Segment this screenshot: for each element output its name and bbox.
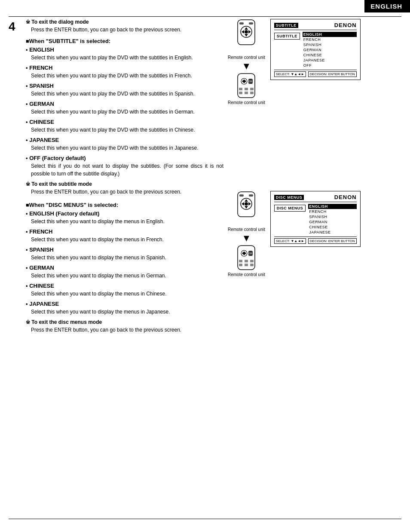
subtitle-japanese-body: Select this when you want to play the DV… (26, 144, 223, 152)
disc-item-chinese: CHINESE Select this when you want to dis… (26, 283, 223, 298)
note-title-text: To exit the dialog mode (31, 19, 89, 25)
subtitle-osd-footer-left: SELECT: ▼▲◄► (274, 71, 306, 77)
main-content: ※ To exit the dialog mode Press the ENTE… (26, 19, 401, 515)
subtitle-item-french: FRENCH Select this when you want to play… (26, 65, 223, 80)
exit-disc-title: ※ To exit the disc menus mode (26, 319, 223, 325)
subtitle-osd-brand: DENON (334, 22, 357, 28)
subtitle-osd-box: SUBTITLE DENON SUBTITLE ENGLISH FRENCH S… (270, 19, 361, 80)
right-column: Remote control unit ▼ OK (228, 19, 401, 286)
svg-point-6 (245, 30, 248, 34)
subtitle-item-spanish: SPANISH Select this when you want to pla… (26, 83, 223, 98)
disc-spanish-body: Select this when you want to display the… (26, 254, 223, 261)
disc-osd-header: DISC MENUS DENON (274, 194, 357, 202)
disc-german-label: GERMAN (26, 264, 223, 271)
disc-osd-item-english: ENGLISH (308, 204, 356, 209)
subtitle-remote-illustration: Remote control unit ▼ OK (228, 19, 265, 105)
svg-marker-2 (245, 27, 248, 30)
subtitle-german-body: Select this when you want to play the DV… (26, 108, 223, 116)
disc-item-french: FRENCH Select this when you want to disp… (26, 228, 223, 243)
left-column: ※ To exit the dialog mode Press the ENTE… (26, 19, 223, 338)
subtitle-chinese-body: Select this when you want to play the DV… (26, 126, 223, 134)
subtitle-english-body: Select this when you want to play the DV… (26, 54, 223, 62)
disc-menus-header: ■When "DISC MENUS" is selected: (26, 202, 223, 208)
subtitle-german-label: GERMAN (26, 101, 223, 107)
disc-item-english: ENGLISH (Factory default) Select this wh… (26, 210, 223, 225)
disc-osd-item-spanish: SPANISH (308, 214, 356, 219)
subtitle-osd-menu-items: ENGLISH FRENCH SPANISH GERMAN CHINESE JA… (303, 32, 357, 68)
svg-rect-42 (239, 260, 242, 262)
subtitle-spanish-label: SPANISH (26, 83, 223, 89)
svg-marker-5 (248, 30, 251, 34)
disc-osd-brand: DENON (334, 194, 357, 200)
header-title: ENGLISH (370, 3, 402, 10)
exit-dialog-title: ※ To exit the dialog mode (26, 19, 223, 25)
subtitle-french-label: FRENCH (26, 65, 223, 71)
disc-menus-osd-box: DISC MENUS DENON DISC MENUS ENGLISH FREN… (270, 191, 361, 247)
step-number: 4 (9, 21, 15, 33)
svg-rect-19 (245, 88, 248, 90)
top-divider (9, 16, 401, 17)
bottom-divider (9, 519, 401, 519)
svg-point-30 (245, 202, 248, 206)
svg-marker-3 (245, 34, 248, 37)
disc-osd-item-japanese: JAPANESE (308, 230, 356, 235)
subtitle-osd-item-spanish: SPANISH (303, 42, 357, 47)
disc-osd-title: DISC MENUS (274, 195, 304, 200)
disc-spanish-label: SPANISH (26, 246, 223, 253)
disc-osd-item-french: FRENCH (308, 209, 356, 214)
subtitle-item-japanese: JAPANESE Select this when you want to pl… (26, 137, 223, 152)
subtitle-french-body: Select this when you want to play the DV… (26, 72, 223, 80)
disc-english-label: ENGLISH (Factory default) (26, 210, 223, 217)
subtitle-chinese-label: CHINESE (26, 119, 223, 125)
svg-rect-32 (249, 194, 253, 197)
disc-remote-label-top: Remote control unit (228, 227, 265, 232)
exit-disc-symbol: ※ (26, 319, 30, 325)
note-symbol: ※ (26, 19, 30, 25)
subtitle-english-label: ENGLISH (26, 46, 223, 53)
svg-marker-28 (242, 202, 244, 206)
svg-rect-23 (250, 92, 254, 94)
disc-osd-menu-label: DISC MENUS (274, 205, 306, 212)
disc-japanese-label: JAPANESE (26, 301, 223, 307)
disc-arrow-down: ▼ (242, 234, 251, 243)
subtitle-item-chinese: CHINESE Select this when you want to pla… (26, 119, 223, 134)
svg-rect-44 (250, 260, 254, 262)
remote-up-svg (233, 19, 259, 53)
subtitle-osd-item-english: ENGLISH (303, 32, 357, 37)
subtitle-off-body: Select this if you do not want to displa… (26, 162, 223, 178)
subtitle-remote-label-bottom: Remote control unit (228, 100, 265, 105)
disc-osd-footer: SELECT: ▼▲◄► DECISION: ENTER BUTTON (274, 237, 357, 244)
svg-rect-22 (245, 92, 248, 94)
exit-subtitle-title-text: To exit the subtitle mode (31, 181, 92, 187)
svg-marker-26 (245, 199, 248, 202)
remote-down-svg: OK (235, 73, 258, 98)
svg-rect-46 (245, 264, 248, 266)
svg-rect-45 (239, 264, 242, 266)
subtitle-osd-item-chinese: CHINESE (303, 52, 357, 58)
subtitle-osd-item-japanese: JAPANESE (303, 58, 357, 63)
page-header: ENGLISH (364, 0, 410, 12)
svg-rect-8 (249, 22, 253, 25)
disc-german-body: Select this when you want to display the… (26, 272, 223, 280)
disc-osd-item-german: GERMAN (308, 219, 356, 224)
subtitle-osd-menu-label: SUBTITLE (274, 33, 300, 40)
exit-subtitle-title: ※ To exit the subtitle mode (26, 181, 223, 187)
disc-osd-body: DISC MENUS ENGLISH FRENCH SPANISH GERMAN… (274, 204, 357, 235)
disc-menus-right-section: Remote control unit ▼ OK (228, 191, 401, 277)
subtitle-remote-label-top: Remote control unit (228, 55, 265, 60)
disc-osd-menu-items: ENGLISH FRENCH SPANISH GERMAN CHINESE JA… (308, 204, 356, 235)
subtitle-section: ■When "SUBTITLE" is selected: ENGLISH Se… (26, 38, 223, 178)
exit-dialog-body: Press the ENTER button, you can go back … (31, 26, 223, 34)
subtitle-osd-title: SUBTITLE (274, 23, 298, 28)
disc-english-body: Select this when you want to display the… (26, 218, 223, 225)
subtitle-osd-header: SUBTITLE DENON (274, 22, 357, 30)
subtitle-osd-footer: SELECT: ▼▲◄► DECISION: ENTER BUTTON (274, 70, 357, 77)
svg-marker-27 (245, 206, 248, 209)
svg-rect-7 (239, 22, 244, 25)
exit-dialog-note: ※ To exit the dialog mode Press the ENTE… (26, 19, 223, 34)
disc-japanese-body: Select this when you want to display the… (26, 308, 223, 316)
subtitle-osd-item-off: OFF (303, 63, 357, 68)
subtitle-off-label: OFF (Factory default) (26, 155, 223, 161)
svg-point-39 (243, 252, 245, 255)
disc-menus-section: ■When "DISC MENUS" is selected: ENGLISH … (26, 202, 223, 316)
